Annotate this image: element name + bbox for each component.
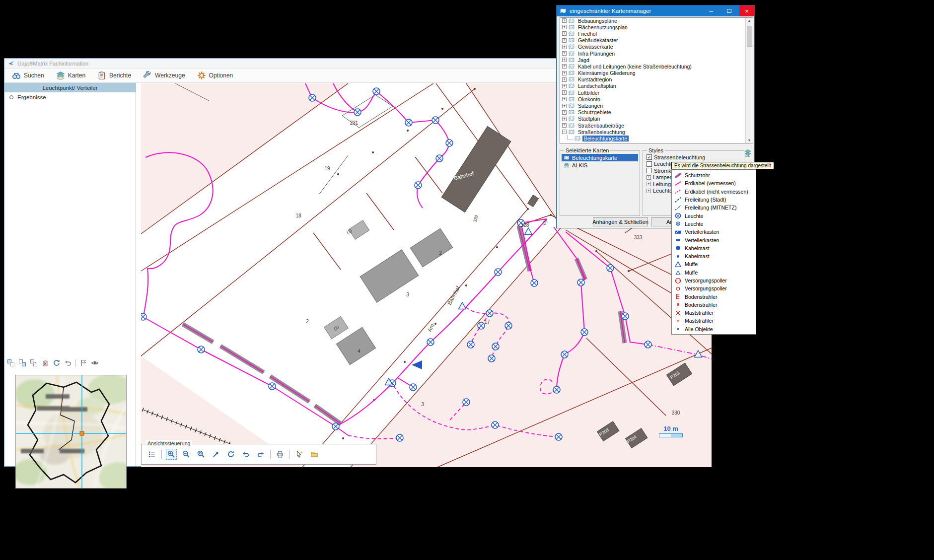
expand-icon[interactable]: + <box>562 97 567 101</box>
leuchte-symbol[interactable] <box>577 279 584 286</box>
checkbox-icon[interactable] <box>647 168 652 173</box>
leuchte-symbol[interactable] <box>607 265 614 272</box>
leuchte-symbol[interactable] <box>495 269 502 276</box>
redo-icon[interactable] <box>255 449 266 460</box>
leuchte-symbol[interactable] <box>492 343 499 350</box>
leuchte-symbol[interactable] <box>415 182 422 189</box>
expand-icon[interactable]: + <box>562 71 567 75</box>
leuchte-symbol[interactable] <box>432 117 439 124</box>
expand-icon[interactable]: + <box>562 104 567 108</box>
view-list-icon[interactable] <box>146 449 157 460</box>
tree-item[interactable]: +Schutzgebiete <box>560 109 753 116</box>
expand-icon[interactable]: + <box>562 45 567 49</box>
zoom-in-icon[interactable] <box>166 449 177 460</box>
toolbar-button-optionen[interactable]: Optionen <box>192 70 238 81</box>
overview-map[interactable] <box>15 375 127 489</box>
zoom-out-icon[interactable] <box>181 449 192 460</box>
expand-icon[interactable]: + <box>562 90 567 95</box>
tree-item[interactable]: +Satzungen <box>560 102 753 109</box>
tree-item[interactable]: +Landschaftsplan <box>560 83 753 89</box>
maximize-button[interactable] <box>721 5 736 16</box>
tree-item[interactable]: +Jagd <box>560 57 753 63</box>
leuchte-symbol[interactable] <box>446 140 453 146</box>
leuchte-symbol[interactable] <box>463 399 470 406</box>
leuchte-symbol[interactable] <box>436 155 443 162</box>
expand-icon[interactable]: + <box>562 123 567 128</box>
expand-icon[interactable]: + <box>562 84 567 88</box>
expand-icon[interactable]: + <box>647 175 651 180</box>
close-button[interactable]: × <box>739 5 754 16</box>
expand-icon[interactable]: + <box>562 77 567 82</box>
tree-item[interactable]: +Bebauungspläne <box>560 17 753 24</box>
tree-item[interactable]: +Gebäudekataster <box>560 37 753 44</box>
toolbar-button-suchen[interactable]: Suchen <box>7 70 49 81</box>
scroll-down-icon[interactable]: ▼ <box>748 139 751 142</box>
expand-icon[interactable]: + <box>647 189 651 193</box>
leuchte-symbol[interactable] <box>492 421 499 428</box>
clear-selection-icon[interactable] <box>41 359 49 367</box>
tree-scrollbar[interactable]: ▲ ▼ <box>745 18 753 143</box>
leuchte-symbol[interactable] <box>373 88 380 95</box>
leuchte-symbol[interactable] <box>396 434 403 441</box>
expand-icon[interactable]: + <box>562 18 567 23</box>
leuchte-symbol[interactable] <box>505 322 512 329</box>
selected-map-item[interactable]: Beleuchtungskarte <box>562 154 638 161</box>
scroll-thumb[interactable] <box>747 26 752 47</box>
toolbar-button-werkzeuge[interactable]: Werkzeuge <box>138 70 190 81</box>
leuchte-symbol[interactable] <box>467 341 474 348</box>
selected-map-item[interactable]: ALKIS <box>562 161 638 169</box>
tree-item[interactable]: +Ökokonto <box>560 96 753 102</box>
tree-item[interactable]: +Stadtplan <box>560 116 753 122</box>
tree-item[interactable]: +Flächennutzungsplan <box>560 24 753 30</box>
toolbar-button-karten[interactable]: Karten <box>51 70 90 81</box>
expand-icon[interactable]: + <box>562 31 567 36</box>
style-item[interactable]: ✓Strassenbeleuchtung <box>645 154 742 161</box>
folder-icon[interactable] <box>309 449 320 460</box>
leuchte-symbol[interactable] <box>141 313 146 320</box>
map-manager-titlebar[interactable]: eingeschränkter Kartenmanager – × <box>557 5 754 16</box>
leuchte-symbol[interactable] <box>622 313 629 320</box>
pan-arrow-icon[interactable] <box>211 449 221 460</box>
select-new-icon[interactable] <box>7 359 15 367</box>
leuchte-symbol[interactable] <box>309 94 316 101</box>
zoom-window-icon[interactable] <box>196 449 207 460</box>
expand-icon[interactable]: + <box>562 25 567 29</box>
select-objects-icon[interactable] <box>294 449 305 460</box>
tree-subitem[interactable]: Beleuchtungskarte <box>560 135 753 141</box>
tree-item[interactable]: +Infra Planungen <box>560 50 753 57</box>
tree-item[interactable]: +Kleinräumige Gliederung <box>560 70 753 76</box>
leuchte-symbol[interactable] <box>332 423 339 430</box>
leuchte-symbol[interactable] <box>478 322 485 329</box>
scroll-up-icon[interactable]: ▲ <box>748 19 751 22</box>
expand-icon[interactable]: + <box>647 182 651 186</box>
leuchte-symbol[interactable] <box>561 351 568 358</box>
leuchte-symbol[interactable] <box>405 119 412 126</box>
leuchte-symbol[interactable] <box>198 346 205 353</box>
leuchte-symbol[interactable] <box>555 433 562 440</box>
leuchte-symbol[interactable] <box>354 109 361 116</box>
leuchte-symbol[interactable] <box>410 384 417 391</box>
tree-item[interactable]: +Kurstadtregion <box>560 76 753 83</box>
undo-icon[interactable] <box>240 449 251 460</box>
collapse-icon[interactable]: − <box>562 130 567 134</box>
leuchte-symbol[interactable] <box>488 355 495 362</box>
flag-icon[interactable] <box>79 359 87 367</box>
select-add-icon[interactable] <box>18 359 26 367</box>
leuchte-symbol[interactable] <box>486 310 493 317</box>
leuchte-symbol[interactable] <box>645 341 651 348</box>
sidebar-item-ergebnisse[interactable]: Ergebnisse <box>4 92 136 102</box>
checkbox-checked-icon[interactable]: ✓ <box>647 154 652 160</box>
leuchte-symbol[interactable] <box>553 386 560 393</box>
expand-icon[interactable]: + <box>562 117 567 121</box>
tree-item[interactable]: +Kabel und Leitungen (keine Straßenbeleu… <box>560 63 753 70</box>
tree-item[interactable]: +Friedhof <box>560 30 753 37</box>
leuchte-symbol[interactable] <box>269 383 276 390</box>
tree-item[interactable]: +Straßenbaubeiträge <box>560 122 753 129</box>
eye-icon[interactable] <box>91 359 99 367</box>
select-remove-icon[interactable] <box>30 359 38 367</box>
expand-icon[interactable]: + <box>562 51 567 56</box>
refresh-icon[interactable] <box>225 449 236 460</box>
leuchte-symbol[interactable] <box>531 280 538 286</box>
expand-icon[interactable]: + <box>562 58 567 62</box>
expand-icon[interactable]: + <box>562 110 567 115</box>
